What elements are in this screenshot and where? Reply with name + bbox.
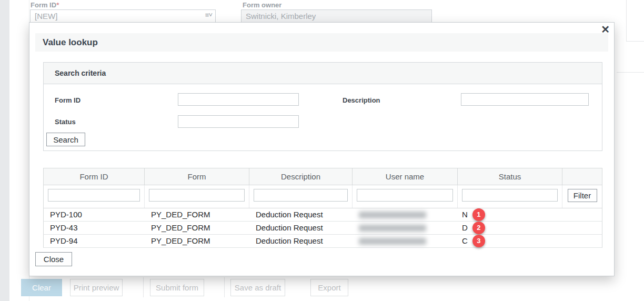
table-header-row: Form ID Form Description User name Statu…	[43, 168, 602, 185]
search-description-input[interactable]	[461, 93, 589, 106]
form-id-field[interactable]: [NEW] ≡˅	[30, 9, 216, 23]
col-header-status[interactable]: Status	[458, 168, 562, 185]
cell-form: PY_DED_FORM	[145, 222, 249, 234]
col-header-user-name[interactable]: User name	[353, 168, 458, 185]
annotation-badge: 2	[472, 222, 485, 234]
cell-description: Deduction Request	[249, 235, 353, 247]
dialog-title: Value lookup	[35, 33, 608, 52]
annotation-badge: 3	[472, 235, 485, 247]
cell-form-id: PYD-94	[44, 235, 145, 247]
search-form-id-input[interactable]	[178, 93, 299, 106]
table-row[interactable]: PYD-100 PY_DED_FORM Deduction Request N …	[43, 208, 602, 222]
user-name-redacted	[359, 238, 426, 245]
filter-status-input[interactable]	[462, 189, 558, 202]
form-id-label: Form ID*	[31, 1, 59, 9]
search-status-label: Status	[55, 116, 76, 128]
cell-description: Deduction Request	[249, 222, 353, 234]
value-lookup-dialog: ✕ Value lookup Search criteria Form ID D…	[29, 22, 615, 276]
search-status-input[interactable]	[178, 115, 299, 128]
cell-user-name	[353, 235, 458, 247]
cell-status: C 3	[458, 235, 562, 247]
cell-form-id: PYD-100	[44, 208, 145, 221]
filter-button[interactable]: Filter	[568, 189, 597, 202]
table-row[interactable]: PYD-43 PY_DED_FORM Deduction Request D 2	[43, 222, 602, 235]
cell-form: PY_DED_FORM	[145, 208, 249, 221]
search-button[interactable]: Search	[46, 133, 85, 146]
cell-form: PY_DED_FORM	[145, 235, 249, 247]
col-header-actions	[562, 168, 602, 185]
bg-border-horizontal-1	[626, 41, 644, 42]
search-description-label: Description	[343, 94, 380, 107]
table-filter-row: Filter	[43, 185, 602, 208]
search-criteria-panel: Search criteria Form ID Description Stat…	[43, 62, 602, 151]
annotation-badge: 1	[472, 208, 485, 221]
cell-status: N 1	[458, 208, 562, 221]
left-sidebar-strip	[0, 0, 9, 301]
form-owner-field: Switnicki, Kimberley	[241, 9, 432, 23]
close-button[interactable]: Close	[35, 252, 72, 266]
footer-separator	[224, 277, 225, 297]
cell-user-name	[353, 208, 458, 221]
filter-form-id-input[interactable]	[48, 189, 140, 202]
user-name-redacted	[359, 225, 426, 232]
print-preview-button[interactable]: Print preview	[70, 279, 123, 296]
cell-user-name	[353, 222, 458, 234]
search-criteria-heading: Search criteria	[44, 63, 602, 84]
filter-form-input[interactable]	[149, 189, 245, 202]
cell-form-id: PYD-43	[44, 222, 145, 234]
results-table: Form ID Form Description User name Statu…	[43, 168, 602, 248]
export-button[interactable]: Export	[310, 279, 348, 296]
col-header-form-id[interactable]: Form ID	[44, 168, 145, 185]
form-owner-label: Form owner	[243, 1, 281, 9]
submit-form-button[interactable]: Submit form	[150, 279, 204, 296]
col-header-form[interactable]: Form	[145, 168, 249, 185]
col-header-description[interactable]: Description	[249, 168, 353, 185]
form-owner-value: Switnicki, Kimberley	[246, 12, 316, 21]
required-asterisk: *	[56, 1, 59, 9]
bg-border-horizontal-2	[617, 72, 644, 73]
filter-description-input[interactable]	[254, 189, 348, 202]
clear-button[interactable]: Clear	[21, 279, 62, 296]
table-row[interactable]: PYD-94 PY_DED_FORM Deduction Request C 3	[43, 235, 602, 248]
cell-status: D 2	[458, 222, 562, 234]
screen: Form ID* [NEW] ≡˅ Form owner Switnicki, …	[0, 0, 644, 301]
bg-border-vertical	[626, 0, 627, 41]
user-name-redacted	[359, 212, 426, 218]
save-as-draft-button[interactable]: Save as draft	[230, 279, 285, 296]
dialog-titlebar: Value lookup	[35, 33, 608, 52]
search-form-id-label: Form ID	[55, 94, 80, 107]
form-id-value: [NEW]	[35, 12, 57, 21]
filter-user-name-input[interactable]	[357, 189, 453, 202]
cell-description: Deduction Request	[249, 208, 353, 221]
filter-dropdown-icon[interactable]: ≡˅	[205, 11, 212, 19]
footer-separator	[143, 277, 144, 297]
